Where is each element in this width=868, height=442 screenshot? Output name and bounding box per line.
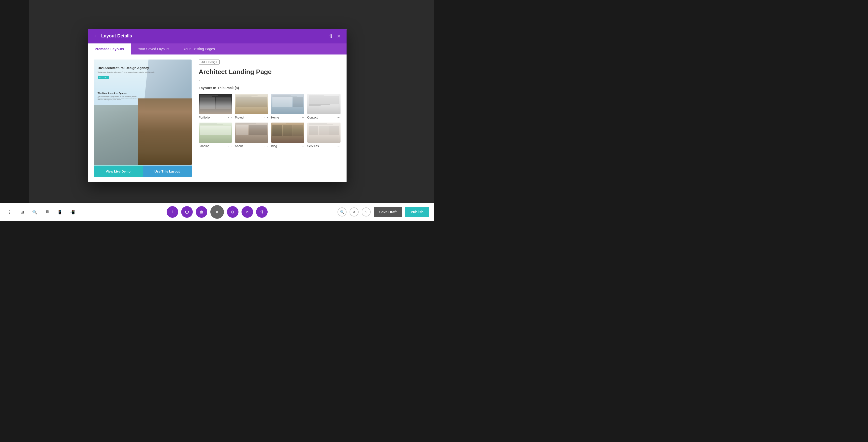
thumb-blog-inner [271,123,304,137]
thumb-portfolio-images [200,97,231,109]
modal-header: Layout Details [88,29,346,43]
preview-building-right [138,98,192,165]
thumbnail-about-image[interactable] [235,123,268,143]
thumbnail-home-image[interactable] [271,94,304,114]
thumb-landing-label: Landing [199,144,210,148]
thumb-home-label: Home [271,116,279,119]
thumb-about-footer: About ⋯ [235,144,268,148]
thumb-contact-inner [307,94,341,107]
view-live-demo-button[interactable]: View Live Demo [94,166,143,177]
modal-tabs: Premade Layouts Your Saved Layouts Your … [88,43,346,55]
thumb-services-footer: Services ⋯ [307,144,341,148]
modal-title: Layout Details [101,33,132,39]
thumbnail-portfolio-image[interactable] [199,94,232,114]
thumb-landing-more[interactable]: ⋯ [228,144,232,148]
preview-section-title: The Most Inventive Spaces [98,92,188,95]
tab-existing-pages[interactable]: Your Existing Pages [177,43,222,55]
thumb-contact-label: Contact [307,116,318,119]
layout-details-modal: Layout Details Premade Layouts Your Save… [88,29,346,182]
preview-tagline: We turn your dream to reality and we'll … [98,71,188,73]
category-badge: Art & Design [199,60,220,65]
thumbnail-services: Services ⋯ [307,123,341,148]
preview-cta-btn: Discover More [98,76,109,79]
thumb-portfolio-footer: Portfolio ⋯ [199,115,232,120]
thumb-project-img-block [236,97,267,107]
thumbnail-about: About ⋯ [235,123,268,148]
preview-action-buttons: View Live Demo Use This Layout [94,166,192,177]
layouts-in-pack-label: Layouts In This Pack (8) [199,86,341,90]
thumb-portfolio-inner [199,94,232,110]
thumb-project-more[interactable]: ⋯ [264,115,268,120]
thumb-blog-posts [272,125,303,136]
preview-image: Divi Architectural Design Agency We turn… [94,60,192,165]
thumb-home-inner [271,94,304,108]
thumb-about-label: About [235,144,243,148]
thumb-contact-more[interactable]: ⋯ [337,115,341,120]
thumb-project-label: Project [235,116,244,119]
close-modal-icon[interactable] [337,33,341,39]
modal-overlay: Layout Details Premade Layouts Your Save… [0,0,434,221]
thumbnails-grid: Portfolio ⋯ [199,94,341,148]
layout-dot: . [199,77,341,82]
thumbnail-portfolio: Portfolio ⋯ [199,94,232,120]
thumb-home-content [272,97,303,107]
thumb-project-inner [235,94,268,108]
thumb-blog-more[interactable]: ⋯ [300,144,304,148]
sort-icon[interactable] [329,33,333,39]
use-this-layout-button[interactable]: Use This Layout [143,166,192,177]
preview-panel: Divi Architectural Design Agency We turn… [94,60,192,177]
thumbnail-blog: Blog ⋯ [271,123,304,148]
back-icon[interactable] [94,33,98,39]
preview-text-block: Divi Architectural Design Agency We turn… [98,64,188,87]
thumbnail-blog-image[interactable] [271,123,304,143]
thumb-home-more[interactable]: ⋯ [300,115,304,120]
thumb-project-footer: Project ⋯ [235,115,268,120]
modal-header-left: Layout Details [94,33,132,39]
thumb-about-imgs [236,125,267,135]
thumb-services-more[interactable]: ⋯ [337,144,341,148]
thumbnail-landing: Landing ⋯ [199,123,232,148]
thumb-landing-footer: Landing ⋯ [199,144,232,148]
thumbnail-project: Project ⋯ [235,94,268,120]
preview-section-body: Vitae consequat augue. Vivamus eget dolo… [98,96,138,101]
info-panel: Art & Design Architect Landing Page . La… [192,60,341,177]
thumb-portfolio-label: Portfolio [199,116,210,119]
thumbnail-services-image[interactable] [307,123,341,143]
thumb-about-inner [235,123,268,136]
modal-body: Divi Architectural Design Agency We turn… [88,55,346,182]
tab-saved-layouts[interactable]: Your Saved Layouts [131,43,177,55]
modal-header-icons [329,33,341,39]
thumbnail-contact-image[interactable] [307,94,341,114]
thumbnail-landing-image[interactable] [199,123,232,143]
thumb-blog-label: Blog [271,144,277,148]
thumbnail-contact: Contact ⋯ [307,94,341,120]
thumb-services-inner [307,123,341,136]
preview-agency-title: Divi Architectural Design Agency [98,66,188,70]
thumb-services-blocks [309,126,339,135]
thumb-services-label: Services [307,144,319,148]
thumb-home-footer: Home ⋯ [271,115,304,120]
layout-title: Architect Landing Page [199,68,341,76]
thumb-portfolio-more[interactable]: ⋯ [228,115,232,120]
thumb-contact-footer: Contact ⋯ [307,115,341,120]
thumbnail-project-image[interactable] [235,94,268,114]
thumb-landing-inner [199,123,232,136]
tab-premade-layouts[interactable]: Premade Layouts [88,43,131,55]
thumb-blog-footer: Blog ⋯ [271,144,304,148]
thumb-contact-form [309,96,339,104]
thumb-about-more[interactable]: ⋯ [264,144,268,148]
thumbnail-home: Home ⋯ [271,94,304,120]
thumb-landing-hero [200,126,231,135]
